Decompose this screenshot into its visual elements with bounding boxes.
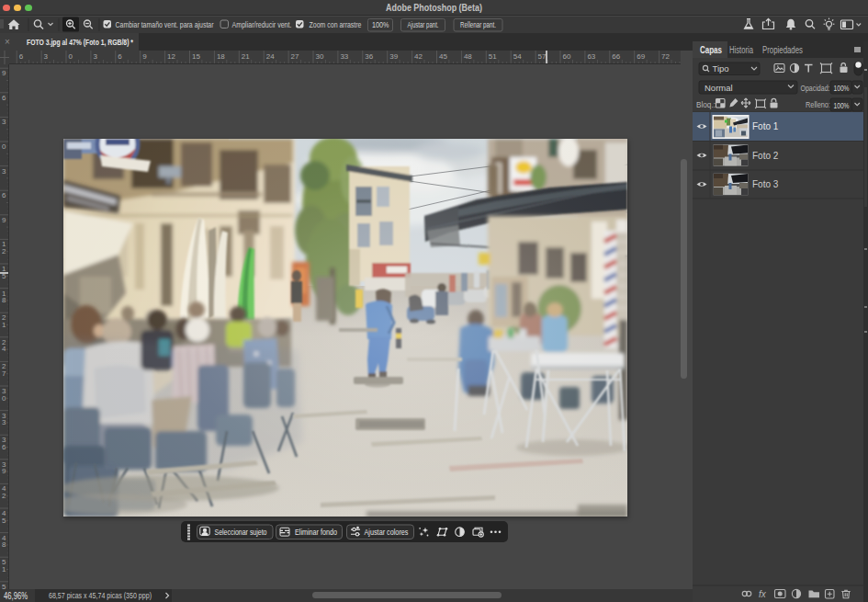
svg-text:7: 7 (2, 369, 6, 378)
svg-text:Zoom con arrastre: Zoom con arrastre (310, 19, 362, 29)
svg-text:57: 57 (538, 52, 547, 61)
svg-text:Rellenar pant.: Rellenar pant. (460, 19, 496, 29)
svg-text:100%: 100% (834, 83, 850, 93)
svg-text:36: 36 (365, 52, 373, 61)
svg-text:18: 18 (217, 52, 225, 61)
svg-text:60: 60 (563, 52, 571, 61)
svg-text:6: 6 (2, 94, 6, 102)
svg-text:Propiedades: Propiedades (762, 45, 803, 55)
svg-text:24: 24 (266, 52, 275, 61)
svg-text:2: 2 (2, 492, 6, 500)
svg-text:Foto 3: Foto 3 (752, 179, 779, 189)
svg-text:Eliminar fondo: Eliminar fondo (295, 527, 337, 537)
svg-text:Foto 1: Foto 1 (752, 121, 779, 131)
svg-text:FOTO 3.jpg al 47% (Foto 1, RGB: FOTO 3.jpg al 47% (Foto 1, RGB/8) * (27, 37, 133, 47)
svg-text:1: 1 (2, 321, 6, 329)
svg-text:Capas: Capas (700, 45, 722, 55)
svg-text:68,57 picas x 45,74 picas (350: 68,57 picas x 45,74 picas (350 ppp) (49, 591, 152, 600)
svg-text:0: 0 (69, 52, 73, 61)
svg-text:5: 5 (2, 583, 6, 589)
svg-text:Adobe Photoshop (Beta): Adobe Photoshop (Beta) (386, 2, 482, 13)
svg-text:Ampliar/reducir vent.: Ampliar/reducir vent. (232, 19, 292, 29)
svg-text:Tipo: Tipo (713, 63, 729, 74)
svg-text:3: 3 (2, 118, 6, 126)
svg-text:9: 9 (142, 52, 147, 61)
svg-text:46,96%: 46,96% (4, 591, 28, 601)
svg-text:2: 2 (2, 247, 6, 256)
svg-text:Foto 2: Foto 2 (752, 151, 779, 161)
svg-text:8: 8 (2, 296, 6, 304)
svg-text:21: 21 (242, 52, 250, 61)
svg-text:Normal: Normal (705, 83, 733, 93)
svg-text:100%: 100% (372, 19, 389, 29)
svg-text:27: 27 (291, 52, 299, 61)
svg-text:Ajustar pant.: Ajustar pant. (408, 19, 439, 29)
svg-text:69: 69 (637, 52, 645, 61)
svg-text:Opacidad:: Opacidad: (801, 83, 830, 93)
svg-text:6: 6 (118, 52, 122, 61)
svg-text:Historia: Historia (729, 45, 753, 55)
svg-text:3: 3 (44, 52, 49, 61)
svg-text:6: 6 (2, 191, 6, 199)
svg-text:4: 4 (2, 345, 6, 353)
svg-text:3: 3 (2, 418, 6, 426)
svg-text:0: 0 (2, 142, 6, 151)
svg-text:Cambiar tamaño vent. para ajus: Cambiar tamaño vent. para ajustar (116, 19, 214, 29)
svg-text:3: 3 (93, 52, 97, 61)
svg-text:12: 12 (167, 52, 175, 61)
svg-text:72: 72 (661, 52, 670, 61)
svg-text:33: 33 (340, 52, 348, 61)
svg-text:5: 5 (2, 517, 6, 525)
svg-text:100%: 100% (834, 100, 850, 110)
svg-text:1: 1 (2, 565, 6, 574)
svg-text:Seleccionar sujeto: Seleccionar sujeto (215, 527, 267, 537)
svg-text:45: 45 (439, 52, 447, 61)
svg-text:15: 15 (192, 52, 200, 61)
svg-text:48: 48 (464, 52, 472, 61)
svg-text:9: 9 (2, 69, 6, 77)
svg-text:39: 39 (389, 52, 398, 61)
svg-text:8: 8 (2, 540, 6, 549)
svg-text:6: 6 (19, 52, 24, 61)
svg-text:0: 0 (2, 394, 6, 403)
svg-text:66: 66 (612, 52, 620, 61)
svg-text:6: 6 (2, 443, 6, 451)
svg-text:Bloq.:: Bloq.: (696, 99, 716, 109)
svg-text:3: 3 (2, 167, 6, 176)
svg-text:42: 42 (414, 52, 423, 61)
svg-text:54: 54 (513, 52, 522, 61)
svg-text:9: 9 (2, 216, 6, 224)
svg-text:51: 51 (489, 52, 497, 61)
svg-text:Relleno:: Relleno: (806, 99, 830, 109)
svg-text:63: 63 (587, 52, 595, 61)
svg-text:fx: fx (759, 589, 767, 599)
svg-text:Ajustar colores: Ajustar colores (365, 527, 409, 537)
svg-text:9: 9 (2, 467, 6, 475)
svg-text:×: × (5, 37, 10, 47)
svg-text:30: 30 (316, 52, 324, 61)
